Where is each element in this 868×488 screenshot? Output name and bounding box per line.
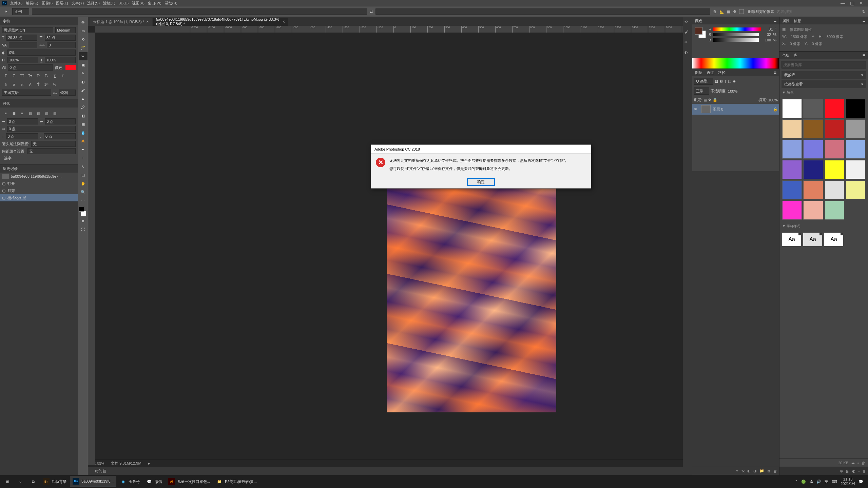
taskbar-explorer[interactable]: 📁F:\美工\黄芳敏\黄... (213, 476, 259, 487)
library-swatch[interactable] (803, 160, 823, 179)
history-brush-tool[interactable]: 🖍 (79, 103, 88, 111)
library-view-select[interactable]: 按类型查看▾ (782, 80, 866, 88)
library-swatch[interactable] (803, 119, 823, 138)
a-button[interactable]: A (26, 81, 34, 88)
swatches-tab[interactable]: 色板 (782, 53, 790, 58)
more-tools[interactable]: ⋯ (79, 196, 88, 204)
paths-tab[interactable]: 路径 (718, 70, 726, 75)
history-icon[interactable]: ⟲ (684, 20, 691, 26)
ratio-w-input[interactable] (32, 8, 367, 15)
color-spectrum[interactable] (692, 58, 779, 69)
space-after-input[interactable] (44, 133, 76, 139)
screenmode-toggle[interactable]: ⛶ (79, 225, 88, 233)
lock-all-icon[interactable]: 🔒 (713, 98, 717, 102)
delete-layer-icon[interactable]: 🗑 (773, 469, 777, 473)
close-icon[interactable]: ✕ (859, 0, 863, 6)
settings-icon[interactable]: ⚙ (733, 9, 736, 14)
opacity-input[interactable] (7, 50, 76, 56)
library-swatch[interactable] (825, 99, 844, 118)
kerning-input[interactable] (9, 42, 38, 48)
marquee-tool[interactable]: ▭ (79, 27, 88, 35)
subscript-button[interactable]: T₁ (43, 72, 50, 79)
library-swatch[interactable] (846, 160, 865, 179)
horizontal-ruler[interactable]: -1200-1100-1000-900-800-700-600-500-400-… (95, 26, 683, 33)
menu-help[interactable]: 帮助(H) (165, 1, 177, 6)
brush-tool[interactable]: 🖌 (79, 86, 88, 94)
properties-tab[interactable]: 属性 (782, 18, 790, 23)
fill-value[interactable]: 100% (768, 98, 778, 102)
layer-mask-icon[interactable]: ◐ (747, 469, 751, 473)
justify-left-button[interactable]: ▤ (26, 110, 34, 117)
blur-tool[interactable]: 💧 (79, 129, 88, 137)
brushes-icon[interactable]: ✏ (684, 40, 691, 46)
italic-button[interactable]: T (10, 72, 18, 79)
filter-adj-icon[interactable]: ◐ (720, 79, 723, 83)
panel-menu-icon[interactable]: ≡ (774, 18, 776, 23)
frame-tool[interactable]: ▣ (79, 61, 88, 69)
library-swatch[interactable] (782, 180, 802, 199)
library-swatch[interactable] (803, 140, 823, 159)
adjustment-layer-icon[interactable]: ◑ (753, 469, 757, 473)
tray-security-icon[interactable]: 🟢 (801, 480, 806, 484)
tray-network-icon[interactable]: 🖧 (809, 480, 813, 484)
menu-3d[interactable]: 3D(D) (119, 1, 129, 5)
font-family-select[interactable] (2, 27, 53, 33)
quick-select-tool[interactable]: 🪄 (79, 44, 88, 52)
doc-size-readout[interactable]: 文档:9.81M/12.9M (111, 461, 141, 466)
dodge-tool[interactable]: 🔅 (79, 137, 88, 145)
library-swatch[interactable] (846, 119, 865, 138)
panel-menu-icon[interactable]: ≡ (863, 18, 865, 23)
character-panel-tab[interactable]: 字符 (0, 17, 78, 25)
lib-action-icon[interactable]: 🗎 (846, 469, 849, 473)
layer-lock-icon[interactable]: 🔒 (773, 107, 778, 112)
taskbar-toutiao[interactable]: ◉头条号 (117, 476, 142, 487)
library-swatch[interactable] (825, 180, 844, 199)
font-size-input[interactable] (6, 35, 37, 41)
kinsoku-select[interactable] (31, 141, 76, 147)
library-swatch[interactable] (825, 119, 844, 138)
library-swatch[interactable] (803, 180, 823, 199)
color-tab[interactable]: 颜色 (695, 18, 702, 23)
font-weight-select[interactable] (55, 27, 76, 33)
shape-tool[interactable]: ▢ (79, 171, 88, 179)
char-style-item[interactable]: Aa (782, 233, 801, 246)
baseline-input[interactable] (8, 64, 53, 71)
ok-button[interactable]: 确定 (467, 178, 495, 186)
libraries-tab[interactable]: 库 (794, 53, 797, 58)
st-button[interactable]: st (18, 81, 26, 88)
tray-ime-icon[interactable]: ⌨ (832, 480, 837, 484)
tray-ime-lang[interactable]: 英 (825, 479, 828, 484)
library-swatch[interactable] (782, 160, 802, 179)
bri-slider[interactable] (713, 38, 759, 42)
superscript-button[interactable]: T¹ (35, 72, 42, 79)
layer-fx-icon[interactable]: fx (741, 469, 745, 473)
library-swatch[interactable] (846, 180, 865, 199)
lib-add-icon[interactable]: ▫ (857, 461, 859, 465)
lib-action-icon[interactable]: ▫ (858, 469, 860, 473)
menu-image[interactable]: 图像(I) (42, 1, 53, 6)
history-step-open[interactable]: ▢打开 (0, 180, 78, 187)
menu-file[interactable]: 文件(F) (10, 1, 22, 6)
start-button[interactable]: ⊞ (1, 476, 14, 487)
reset-icon[interactable]: ↻ (862, 9, 865, 14)
library-swatch[interactable] (825, 140, 844, 159)
pen-tool[interactable]: ✒ (79, 145, 88, 154)
indent-right-input[interactable] (45, 118, 76, 124)
align-center-button[interactable]: ☰ (10, 110, 18, 117)
library-swatch[interactable] (782, 99, 802, 118)
tilde-button[interactable]: T̃ (35, 81, 42, 88)
lib-action-icon[interactable]: ⊕ (840, 469, 843, 473)
document-tab-1[interactable]: 未标题-1 @ 100% (1, RGB/8) *× (90, 18, 152, 26)
tracking-input[interactable] (47, 42, 76, 48)
eyedropper-tool[interactable]: ✎ (79, 69, 88, 77)
space-before-input[interactable] (6, 133, 38, 139)
panel-menu-icon[interactable]: ≡ (774, 70, 776, 75)
char-style-item[interactable]: Aa (824, 233, 843, 246)
eraser-tool[interactable]: ◧ (79, 112, 88, 120)
allcaps-button[interactable]: TT (18, 72, 26, 79)
library-swatch[interactable] (825, 160, 844, 179)
status-disclosure-icon[interactable]: ▸ (148, 461, 150, 466)
text-color-swatch[interactable] (65, 65, 76, 70)
layer-name[interactable]: 图层 0 (713, 107, 723, 112)
healing-tool[interactable]: ◐ (79, 78, 88, 86)
